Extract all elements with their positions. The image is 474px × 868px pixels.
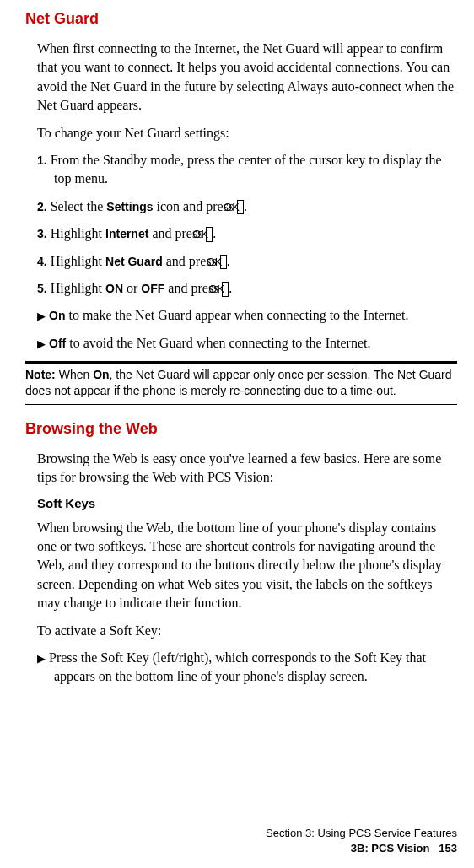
step-text: From the Standby mode, press the center …	[51, 153, 442, 186]
step-text: .	[213, 226, 216, 240]
browsing-intro: Browsing the Web is easy once you've lea…	[37, 450, 457, 488]
netguard-intro: When first connecting to the Internet, t…	[37, 40, 457, 116]
ok-key-icon: OK	[237, 200, 244, 215]
step-text: Highlight	[51, 254, 105, 268]
step-text: or	[123, 281, 141, 295]
step-text: Select the	[51, 199, 107, 213]
ui-label: Internet	[105, 227, 148, 240]
bullet-marker-icon: ▶	[37, 310, 49, 322]
page-footer: Section 3: Using PCS Service Features 3B…	[266, 826, 457, 856]
step-num: 2.	[37, 200, 47, 213]
ui-label: On	[49, 309, 65, 322]
step-text: Highlight	[51, 226, 105, 240]
note-block: Note: When On, the Net Guard will appear…	[25, 361, 457, 405]
bullet-text: Press the Soft Key (left/right), which c…	[49, 650, 426, 683]
activate-intro: To activate a Soft Key:	[37, 622, 457, 640]
bullet-text: to make the Net Guard appear when connec…	[65, 308, 408, 322]
bullet-off: ▶Off to avoid the Net Guard when connect…	[37, 334, 457, 353]
footer-subsection: 3B: PCS Vision	[351, 842, 430, 855]
step-num: 5.	[37, 282, 47, 295]
ui-label: OFF	[141, 282, 164, 295]
bullet-text: to avoid the Net Guard when connecting t…	[66, 336, 370, 350]
note-text: When	[56, 368, 93, 381]
step-num: 4.	[37, 255, 47, 268]
step-3: 3. Highlight Internet and press OK.	[37, 224, 457, 243]
softkeys-para: When browsing the Web, the bottom line o…	[37, 519, 457, 613]
bullet-marker-icon: ▶	[37, 337, 49, 350]
step-5: 5. Highlight ON or OFF and press OK.	[37, 279, 457, 298]
ui-label: ON	[105, 282, 123, 295]
subheading-softkeys: Soft Keys	[37, 496, 457, 510]
footer-subsection-line: 3B: PCS Vision 153	[266, 841, 457, 856]
footer-section-line: Section 3: Using PCS Service Features	[266, 826, 457, 841]
heading-net-guard: Net Guard	[25, 10, 457, 28]
note-label: Note:	[25, 368, 56, 381]
heading-browsing: Browsing the Web	[25, 420, 457, 438]
step-1: 1. From the Standby mode, press the cent…	[37, 151, 457, 189]
ui-label: Settings	[106, 200, 153, 213]
step-text: .	[229, 281, 232, 295]
ok-key-icon: OK	[220, 255, 227, 270]
bullet-marker-icon: ▶	[37, 652, 49, 665]
step-text: Highlight	[51, 281, 105, 295]
step-2: 2. Select the Settings icon and press OK…	[37, 197, 457, 216]
bullet-softkey: ▶Press the Soft Key (left/right), which …	[37, 649, 457, 687]
ui-label: Net Guard	[105, 255, 163, 268]
step-text: .	[244, 199, 247, 213]
step-num: 1.	[37, 154, 47, 167]
step-text: .	[227, 254, 230, 268]
page-number: 153	[439, 842, 457, 855]
bullet-on: ▶On to make the Net Guard appear when co…	[37, 306, 457, 325]
step-4: 4. Highlight Net Guard and press OK.	[37, 252, 457, 271]
netguard-change-intro: To change your Net Guard settings:	[37, 124, 457, 143]
step-num: 3.	[37, 227, 47, 240]
ui-label: Off	[49, 337, 66, 350]
ui-label: On	[93, 368, 109, 381]
